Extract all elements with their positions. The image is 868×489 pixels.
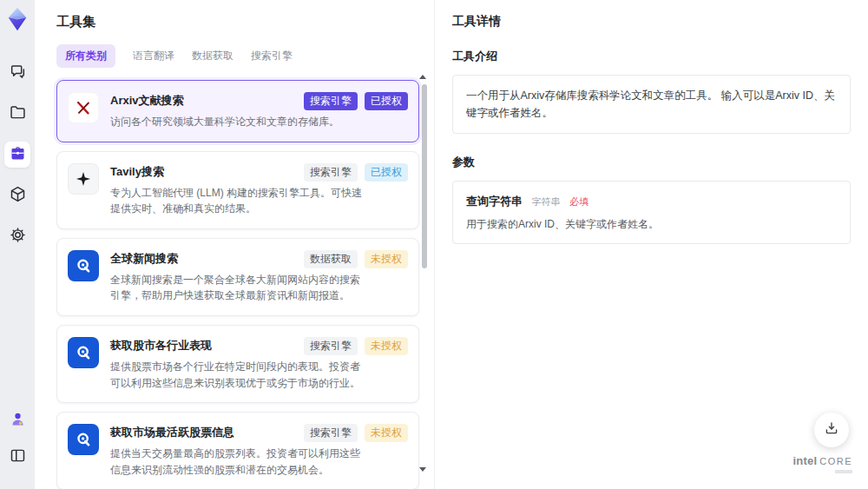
tool-description: 提供股票市场各个行业在特定时间段内的表现。投资者可以利用这些信息来识别表现优于或… bbox=[110, 359, 369, 391]
tool-detail-panel: 工具详情 工具介绍 一个用于从Arxiv存储库搜索科学论文和文章的工具。 输入可… bbox=[434, 0, 868, 489]
sidebar-bottom bbox=[4, 407, 30, 480]
tool-description: 访问各个研究领域大量科学论文和文章的存储库。 bbox=[110, 114, 369, 130]
intro-heading: 工具介绍 bbox=[452, 49, 851, 64]
sidebar bbox=[0, 0, 35, 489]
folder-icon bbox=[9, 103, 27, 125]
sidebar-item-models[interactable] bbox=[4, 182, 30, 208]
sidebar-item-collapse[interactable] bbox=[4, 444, 30, 470]
detail-title: 工具详情 bbox=[452, 14, 851, 30]
category-badge: 搜索引擎 bbox=[304, 163, 358, 182]
download-icon bbox=[824, 420, 839, 439]
auth-status-badge: 已授权 bbox=[365, 92, 408, 110]
parameter-type: 字符串 bbox=[531, 196, 560, 207]
parameter-header: 查询字符串 字符串 必填 bbox=[466, 193, 837, 209]
scrollbar-up-arrow[interactable] bbox=[419, 75, 426, 79]
auth-status-badge: 未授权 bbox=[365, 337, 408, 355]
sparkle-icon bbox=[68, 163, 99, 195]
tab-2[interactable]: 数据获取 bbox=[192, 44, 233, 68]
sidebar-item-settings[interactable] bbox=[4, 223, 30, 249]
sidebar-item-chat[interactable] bbox=[4, 60, 30, 86]
news-globe-icon bbox=[68, 424, 99, 455]
scrollbar-down-arrow[interactable] bbox=[419, 467, 426, 472]
scrollbar-thumb[interactable] bbox=[422, 84, 427, 268]
auth-status-badge: 未授权 bbox=[365, 424, 408, 442]
tool-list-item[interactable]: 获取股市各行业表现 提供股票市场各个行业在特定时间段内的表现。投资者可以利用这些… bbox=[56, 325, 419, 403]
tool-badges: 搜索引擎 未授权 bbox=[304, 424, 408, 442]
tool-list-item[interactable]: 获取市场最活跃股票信息 提供当天交易量最高的股票列表。投资者可以利用这些信息来识… bbox=[56, 412, 419, 489]
tool-badges: 搜索引擎 未授权 bbox=[304, 337, 408, 355]
tool-list-panel: 工具集 所有类别语言翻译数据获取搜索引擎 Arxiv文献搜索 访问各个研究领域大… bbox=[35, 0, 434, 489]
intel-core-logo: intelcore bbox=[792, 453, 852, 473]
tool-description: 全球新闻搜索是一个聚合全球各大新闻网站内容的搜索引擎，帮助用户快速获取全球最新资… bbox=[110, 272, 369, 304]
tool-badges: 数据获取 未授权 bbox=[304, 250, 408, 268]
tool-list-item[interactable]: Arxiv文献搜索 访问各个研究领域大量科学论文和文章的存储库。 搜索引擎 已授… bbox=[56, 80, 419, 142]
cube-icon bbox=[9, 185, 27, 207]
panel-toggle-icon bbox=[9, 446, 27, 468]
app-logo bbox=[4, 6, 30, 32]
core-logo-text: core bbox=[819, 456, 852, 466]
tool-intro-box: 一个用于从Arxiv存储库搜索科学论文和文章的工具。 输入可以是Arxiv ID… bbox=[452, 75, 851, 134]
logo-subtext-mark bbox=[835, 470, 852, 473]
download-button[interactable] bbox=[814, 413, 849, 447]
tool-badges: 搜索引擎 已授权 bbox=[304, 92, 408, 110]
category-badge: 搜索引擎 bbox=[304, 337, 358, 355]
parameter-description: 用于搜索的Arxiv ID、关键字或作者姓名。 bbox=[466, 217, 837, 232]
arxiv-chi-icon bbox=[68, 92, 99, 123]
sidebar-nav bbox=[4, 60, 30, 264]
gear-icon bbox=[9, 226, 27, 248]
tool-list: Arxiv文献搜索 访问各个研究领域大量科学论文和文章的存储库。 搜索引擎 已授… bbox=[56, 80, 419, 489]
tool-list-item[interactable]: 全球新闻搜索 全球新闻搜索是一个聚合全球各大新闻网站内容的搜索引擎，帮助用户快速… bbox=[56, 238, 419, 316]
sidebar-item-files[interactable] bbox=[4, 101, 30, 127]
tab-1[interactable]: 语言翻译 bbox=[133, 44, 174, 68]
parameter-card: 查询字符串 字符串 必填 用于搜索的Arxiv ID、关键字或作者姓名。 bbox=[452, 181, 851, 244]
user-avatar-icon bbox=[9, 410, 27, 432]
params-heading: 参数 bbox=[452, 155, 851, 170]
category-badge: 搜索引擎 bbox=[304, 92, 358, 110]
tool-description: 专为人工智能代理 (LLM) 构建的搜索引擎工具。可快速提供实时、准确和真实的结… bbox=[110, 185, 369, 217]
news-globe-icon bbox=[68, 250, 99, 281]
auth-status-badge: 已授权 bbox=[365, 163, 408, 182]
tab-0[interactable]: 所有类别 bbox=[56, 44, 115, 68]
tool-badges: 搜索引擎 已授权 bbox=[304, 163, 408, 182]
sidebar-item-tools[interactable] bbox=[4, 142, 30, 168]
chat-icon bbox=[9, 63, 27, 84]
tool-description: 提供当天交易量最高的股票列表。投资者可以利用这些信息来识别流动性强的股票和潜在的… bbox=[110, 446, 369, 478]
category-badge: 搜索引擎 bbox=[304, 424, 358, 442]
app-window: 工具集 所有类别语言翻译数据获取搜索引擎 Arxiv文献搜索 访问各个研究领域大… bbox=[0, 0, 868, 489]
tab-3[interactable]: 搜索引擎 bbox=[251, 44, 293, 68]
auth-status-badge: 未授权 bbox=[365, 250, 408, 268]
category-tabs: 所有类别语言翻译数据获取搜索引擎 bbox=[56, 44, 434, 68]
sidebar-item-profile[interactable] bbox=[4, 407, 30, 433]
parameter-name: 查询字符串 bbox=[466, 195, 523, 208]
category-badge: 数据获取 bbox=[304, 250, 358, 268]
toolbox-icon bbox=[9, 144, 27, 166]
tool-list-item[interactable]: Tavily搜索 专为人工智能代理 (LLM) 构建的搜索引擎工具。可快速提供实… bbox=[56, 151, 419, 229]
news-globe-icon bbox=[68, 337, 99, 368]
parameter-required-flag: 必填 bbox=[569, 196, 589, 207]
page-title: 工具集 bbox=[56, 14, 434, 30]
intel-logo-text: intel bbox=[792, 454, 817, 467]
